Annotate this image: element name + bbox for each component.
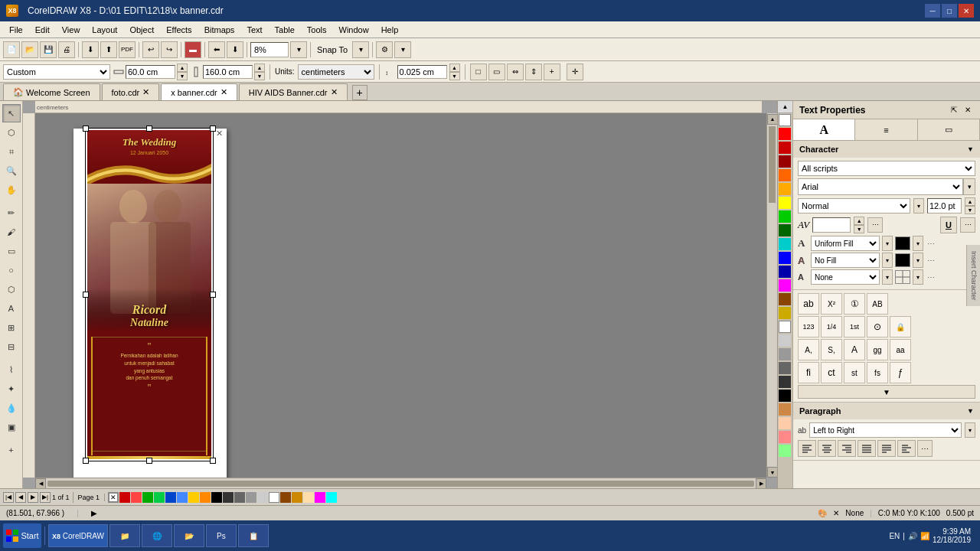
hscroll-bar[interactable]: ◀ ▶ bbox=[35, 478, 766, 488]
add-tab-button[interactable]: + bbox=[352, 85, 368, 100]
kern-up[interactable]: ▲ bbox=[854, 217, 864, 225]
glyph-fi[interactable]: fi bbox=[798, 362, 819, 383]
zoom-tool[interactable]: 🔍 bbox=[2, 161, 21, 180]
snap-dropdown[interactable]: ▾ bbox=[352, 41, 369, 58]
text-tool[interactable]: A bbox=[2, 299, 21, 318]
color-red[interactable] bbox=[779, 128, 791, 140]
style-combo[interactable]: Normal bbox=[798, 198, 910, 214]
color-darkred[interactable] bbox=[779, 142, 791, 154]
menu-view[interactable]: View bbox=[56, 24, 87, 36]
character-section-header[interactable]: Character ▼ bbox=[793, 141, 980, 158]
rect-tool[interactable]: ▭ bbox=[2, 242, 21, 260]
glyph-lock[interactable]: 🔒 bbox=[890, 316, 911, 337]
nudge-input[interactable] bbox=[397, 65, 447, 79]
menu-layout[interactable]: Layout bbox=[86, 24, 123, 36]
color-none[interactable] bbox=[779, 114, 791, 126]
nn-options[interactable]: ⋯ bbox=[927, 273, 935, 282]
direction-dropdown[interactable]: ▾ bbox=[965, 422, 975, 438]
add-page-lt[interactable]: + bbox=[2, 441, 21, 459]
swatch-peach[interactable] bbox=[303, 492, 314, 503]
new-button[interactable]: 📄 bbox=[3, 41, 20, 58]
dropper-tool[interactable]: 💧 bbox=[2, 399, 21, 417]
align-center-btn[interactable] bbox=[818, 440, 836, 457]
kern-opt-btn[interactable]: ⋯ bbox=[867, 217, 883, 233]
taskbar-chrome[interactable]: 🌐 bbox=[142, 524, 172, 547]
tab-foto-close[interactable]: ✕ bbox=[142, 87, 149, 97]
no-color-swatch[interactable]: ✕ bbox=[108, 492, 119, 503]
swatch-medium[interactable] bbox=[246, 492, 256, 503]
glyph-ordinal[interactable]: ① bbox=[844, 293, 865, 315]
glyph-gg[interactable]: gg bbox=[867, 339, 888, 360]
scripts-combo[interactable]: All scripts bbox=[798, 161, 975, 176]
glyph-frac[interactable]: 1/4 bbox=[821, 316, 842, 337]
kern-input[interactable] bbox=[812, 217, 851, 233]
landscape-button[interactable]: ▭ bbox=[488, 64, 505, 80]
align-justify-btn[interactable] bbox=[858, 440, 876, 457]
glyph-f[interactable]: ƒ bbox=[890, 362, 911, 383]
uf-options[interactable]: ⋯ bbox=[927, 240, 935, 248]
tab-xbanner[interactable]: x banner.cdr ✕ bbox=[161, 83, 237, 100]
units-combo[interactable]: centimeters bbox=[298, 64, 374, 80]
start-button[interactable]: Start bbox=[3, 523, 41, 548]
swatch-black[interactable] bbox=[211, 492, 222, 503]
uf-color-dropdown[interactable]: ▾ bbox=[913, 236, 923, 251]
nudge-up[interactable]: ▲ bbox=[449, 64, 460, 72]
glyph-A2[interactable]: A bbox=[844, 339, 865, 360]
tab-hivbanner-close[interactable]: ✕ bbox=[331, 87, 338, 97]
taskbar-coreldraw[interactable]: X8 CorelDRAW bbox=[48, 524, 108, 547]
color-blue[interactable] bbox=[779, 252, 791, 264]
swatch-blue[interactable] bbox=[165, 492, 176, 503]
align-right-btn[interactable] bbox=[838, 440, 856, 457]
menu-bitmaps[interactable]: Bitmaps bbox=[198, 24, 241, 36]
connector-tool[interactable]: ⌇ bbox=[2, 360, 21, 379]
vscroll-down[interactable]: ▼ bbox=[767, 467, 777, 478]
font-dropdown-btn[interactable]: ▾ bbox=[963, 178, 975, 195]
font-size-down[interactable]: ▼ bbox=[965, 206, 975, 214]
banner-object[interactable]: The Wedding 12 Januari 2050 bbox=[87, 130, 211, 459]
ellipse-tool[interactable]: ○ bbox=[2, 261, 21, 279]
vscroll-thumb[interactable] bbox=[769, 126, 776, 203]
pan-tool[interactable]: ✋ bbox=[2, 181, 21, 199]
taskbar-app6[interactable]: 📋 bbox=[238, 524, 269, 547]
menu-table[interactable]: Table bbox=[269, 24, 301, 36]
nn-pattern-dropdown[interactable]: ▾ bbox=[913, 269, 923, 285]
color-orange[interactable] bbox=[779, 169, 791, 181]
crop-tool[interactable]: ⌗ bbox=[2, 142, 21, 161]
artistic-tool[interactable]: 🖌 bbox=[2, 223, 21, 241]
uniform-fill-combo[interactable]: Uniform Fill bbox=[811, 236, 880, 251]
glyph-ordst[interactable]: 1st bbox=[844, 316, 865, 337]
tab-hivbanner[interactable]: HIV AIDS Banner.cdr ✕ bbox=[239, 83, 348, 100]
swatch-lightred[interactable] bbox=[131, 492, 142, 503]
mirror-v-button[interactable]: ⇕ bbox=[525, 64, 542, 80]
swatch-orange[interactable] bbox=[200, 492, 211, 503]
color-brown[interactable] bbox=[779, 293, 791, 305]
tab-xbanner-close[interactable]: ✕ bbox=[220, 87, 227, 97]
align-justify-all-btn[interactable] bbox=[877, 440, 896, 457]
effects-tool[interactable]: ✦ bbox=[2, 380, 21, 398]
style-dropdown-btn[interactable]: ▾ bbox=[913, 198, 924, 214]
color-amber[interactable] bbox=[779, 183, 791, 195]
tray-volume[interactable]: 🔊 bbox=[908, 532, 917, 540]
page-preset-combo[interactable]: Custom bbox=[3, 64, 110, 80]
glyph-st[interactable]: st bbox=[844, 362, 865, 383]
font-size-up[interactable]: ▲ bbox=[965, 197, 975, 206]
color-lightgreen[interactable] bbox=[779, 445, 791, 457]
uf-dropdown[interactable]: ▾ bbox=[882, 236, 893, 251]
menu-edit[interactable]: Edit bbox=[29, 24, 56, 36]
glyph-fs[interactable]: fs bbox=[867, 362, 888, 383]
kern-down[interactable]: ▼ bbox=[854, 225, 864, 233]
maximize-button[interactable]: □ bbox=[942, 4, 957, 18]
glyph-ab[interactable]: ab bbox=[798, 293, 819, 315]
glyph-superscript[interactable]: X² bbox=[821, 293, 842, 315]
color-magenta[interactable] bbox=[779, 279, 791, 292]
menu-effects[interactable]: Effects bbox=[160, 24, 198, 36]
nudge-down[interactable]: ▼ bbox=[449, 72, 460, 80]
undo-button[interactable]: ↩ bbox=[142, 41, 159, 58]
zoom-input[interactable] bbox=[250, 42, 289, 57]
freehand-tool[interactable]: ✏ bbox=[2, 204, 21, 222]
swatch-dark[interactable] bbox=[234, 492, 245, 503]
vscroll-bar[interactable]: ▲ ▼ bbox=[766, 113, 777, 478]
swatch-lightgreen[interactable] bbox=[154, 492, 165, 503]
font-combo[interactable]: Arial bbox=[798, 178, 963, 195]
select-tool[interactable]: ↖ bbox=[2, 104, 21, 122]
